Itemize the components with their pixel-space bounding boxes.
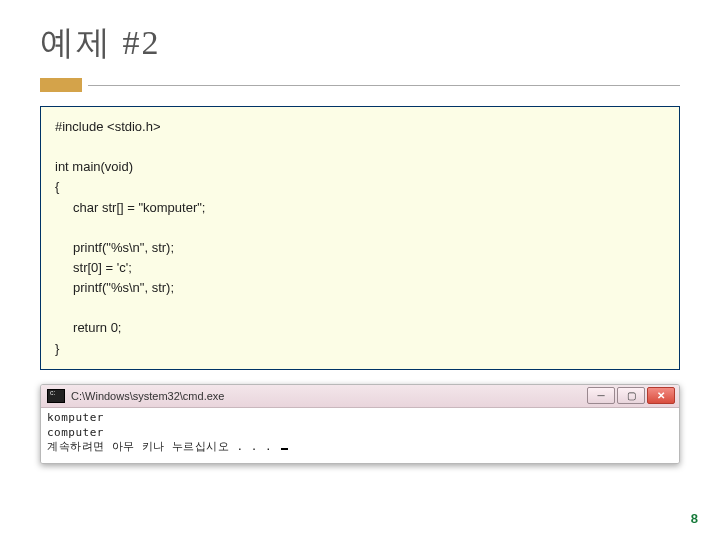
code-line: str[0] = 'c';	[55, 258, 665, 278]
code-line: #include <stdio.h>	[55, 117, 665, 137]
console-line: 계속하려면 아무 키나 누르십시오 . . .	[47, 440, 673, 455]
minimize-button[interactable]: ─	[587, 387, 615, 404]
page-number: 8	[691, 511, 698, 526]
console-icon	[47, 389, 65, 403]
accent-block	[40, 78, 82, 92]
code-line: }	[55, 339, 665, 359]
console-titlebar: C:\Windows\system32\cmd.exe ─ ▢ ✕	[41, 385, 679, 408]
console-line: komputer	[47, 411, 673, 426]
console-prompt: 계속하려면 아무 키나 누르십시오 . . .	[47, 440, 279, 453]
accent-line	[40, 78, 680, 92]
console-body: komputer computer 계속하려면 아무 키나 누르십시오 . . …	[41, 408, 679, 463]
console-line: computer	[47, 426, 673, 441]
code-blank	[55, 298, 665, 318]
accent-rule	[88, 85, 680, 86]
console-title-text: C:\Windows\system32\cmd.exe	[71, 390, 587, 402]
cursor-icon	[281, 448, 288, 450]
code-line: {	[55, 177, 665, 197]
code-box: #include <stdio.h> int main(void) { char…	[40, 106, 680, 370]
code-line: return 0;	[55, 318, 665, 338]
code-line: int main(void)	[55, 157, 665, 177]
code-line: printf("%s\n", str);	[55, 238, 665, 258]
code-blank	[55, 137, 665, 157]
code-blank	[55, 218, 665, 238]
slide-title: 예제 #2	[40, 20, 680, 66]
window-buttons: ─ ▢ ✕	[587, 387, 675, 404]
console-window: C:\Windows\system32\cmd.exe ─ ▢ ✕ komput…	[40, 384, 680, 464]
close-button[interactable]: ✕	[647, 387, 675, 404]
code-line: printf("%s\n", str);	[55, 278, 665, 298]
code-line: char str[] = "komputer";	[55, 198, 665, 218]
maximize-button[interactable]: ▢	[617, 387, 645, 404]
